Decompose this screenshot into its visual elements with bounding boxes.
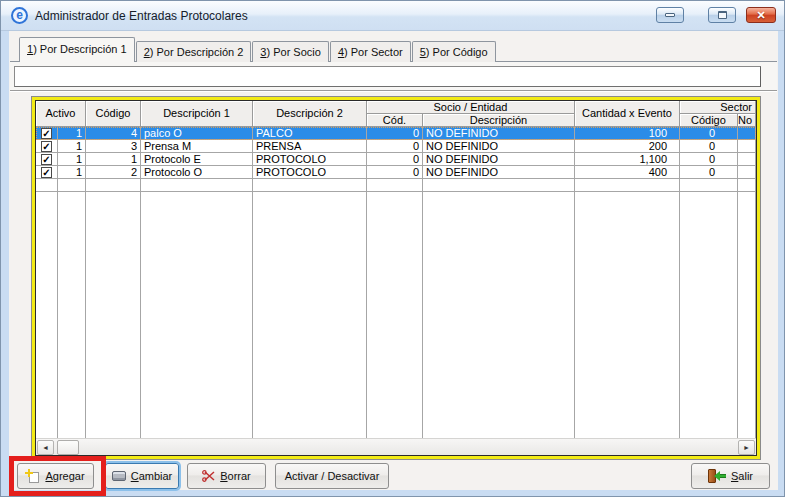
cell-descripcion1: Prensa M — [141, 140, 253, 153]
cell-sector-no — [738, 153, 756, 166]
tab-por-socio[interactable]: 3) Por Socio — [252, 41, 329, 62]
exit-door-icon — [708, 469, 726, 483]
close-icon: ✕ — [756, 10, 765, 21]
scroll-right-button[interactable]: ► — [738, 440, 755, 455]
cell-sector-no — [738, 127, 756, 140]
col-header-sector-no[interactable]: No — [738, 114, 756, 127]
salir-button[interactable]: Salir — [691, 463, 770, 489]
maximize-icon — [718, 11, 727, 19]
cell-cantidad: 100 — [575, 127, 680, 140]
entries-grid: Activo Código Descripción 1 Descripción … — [31, 96, 761, 460]
cell-descripcion2: PALCO — [253, 127, 367, 140]
cell-socio-cod: 0 — [367, 166, 423, 179]
col-header-socio-entidad[interactable]: Socio / Entidad — [367, 101, 575, 114]
scroll-left-button[interactable]: ◄ — [37, 440, 54, 455]
cambiar-button[interactable]: Cambiar — [105, 463, 179, 489]
col-group-socio-entidad: Socio / Entidad Cód. Descripción — [367, 101, 575, 127]
salir-label: Salir — [731, 470, 753, 482]
col-header-activo[interactable]: Activo — [36, 101, 86, 127]
scrollbar-thumb[interactable] — [57, 440, 79, 455]
cell-codigo: 2 — [86, 166, 141, 179]
col-header-descripcion2[interactable]: Descripción 2 — [253, 101, 367, 127]
cell-descripcion1: Protocolo O — [141, 166, 253, 179]
tab-por-codigo[interactable]: 5) Por Código — [412, 41, 496, 62]
grid-header: Activo Código Descripción 1 Descripción … — [36, 101, 756, 127]
scissors-icon — [202, 470, 215, 482]
cell-cantidad: 400 — [575, 166, 680, 179]
close-button[interactable]: ✕ — [746, 7, 776, 23]
table-row[interactable]: ✓ 1 3 Prensa M PRENSA 0 NO DEFINIDO 200 … — [36, 140, 756, 153]
cell-activo: 1 — [58, 140, 86, 153]
cell-sector-codigo: 0 — [680, 140, 738, 153]
grid-body: ✓ 1 4 palco O PALCO 0 NO DEFINIDO 100 0 — [36, 127, 756, 455]
horizontal-scrollbar[interactable]: ◄ ► — [36, 438, 756, 455]
tab-label: ) Por Sector — [344, 46, 403, 58]
cell-socio-cod: 0 — [367, 127, 423, 140]
new-item-icon — [26, 470, 40, 483]
tab-por-descripcion-1[interactable]: 1) Por Descripción 1 — [19, 37, 135, 62]
tab-label: ) Por Socio — [266, 46, 320, 58]
col-header-socio-cod[interactable]: Cód. — [367, 114, 423, 127]
cell-sector-codigo: 0 — [680, 127, 738, 140]
row-checkbox[interactable]: ✓ — [41, 167, 52, 178]
col-header-descripcion1[interactable]: Descripción 1 — [141, 101, 253, 127]
col-header-socio-descripcion[interactable]: Descripción — [423, 114, 575, 127]
tab-label: ) Por Código — [426, 46, 488, 58]
row-checkbox[interactable]: ✓ — [41, 154, 52, 165]
agregar-label: Agregar — [45, 470, 84, 482]
cell-cantidad: 200 — [575, 140, 680, 153]
grid-empty-area — [36, 192, 756, 438]
tab-label: ) Por Descripción 1 — [33, 43, 127, 55]
empty-row — [36, 179, 756, 192]
scroll-left-icon: ◄ — [42, 444, 49, 451]
cell-cantidad: 1,100 — [575, 153, 680, 166]
col-header-sector-codigo[interactable]: Código — [680, 114, 738, 127]
row-checkbox[interactable]: ✓ — [41, 141, 52, 152]
col-group-sector: Sector Código No — [680, 101, 756, 127]
table-row[interactable]: ✓ 1 4 palco O PALCO 0 NO DEFINIDO 100 0 — [36, 127, 756, 140]
tab-label: ) Por Descripción 2 — [150, 46, 244, 58]
cell-descripcion2: PROTOCOLO — [253, 166, 367, 179]
row-checkbox[interactable]: ✓ — [41, 128, 52, 139]
cell-codigo: 3 — [86, 140, 141, 153]
cell-socio-descripcion: NO DEFINIDO — [423, 127, 575, 140]
borrar-label: Borrar — [220, 470, 251, 482]
agregar-button[interactable]: Agregar — [17, 463, 94, 489]
cell-activo: 1 — [58, 153, 86, 166]
col-header-cantidad[interactable]: Cantidad x Evento — [575, 101, 680, 127]
cell-descripcion2: PRENSA — [253, 140, 367, 153]
minimize-icon — [665, 13, 675, 17]
table-row[interactable]: ✓ 1 2 Protocolo O PROTOCOLO 0 NO DEFINID… — [36, 166, 756, 179]
borrar-button[interactable]: Borrar — [187, 463, 266, 489]
title-bar: e Administrador de Entradas Protocolares… — [1, 1, 785, 31]
col-header-codigo[interactable]: Código — [86, 101, 141, 127]
cell-socio-descripcion: NO DEFINIDO — [423, 166, 575, 179]
activar-label: Activar / Desactivar — [285, 470, 380, 482]
client-area: 1) Por Descripción 1 2) Por Descripción … — [9, 31, 778, 490]
scroll-right-icon: ► — [743, 444, 750, 451]
maximize-button[interactable] — [708, 7, 736, 23]
cell-socio-descripcion: NO DEFINIDO — [423, 140, 575, 153]
cell-activo: 1 — [58, 127, 86, 140]
cell-socio-cod: 0 — [367, 140, 423, 153]
cell-descripcion2: PROTOCOLO — [253, 153, 367, 166]
cell-codigo: 4 — [86, 127, 141, 140]
cell-descripcion1: palco O — [141, 127, 253, 140]
cell-codigo: 1 — [86, 153, 141, 166]
cell-activo: 1 — [58, 166, 86, 179]
tab-strip: 1) Por Descripción 1 2) Por Descripción … — [19, 37, 497, 62]
minimize-button[interactable] — [656, 7, 684, 23]
cell-sector-no — [738, 140, 756, 153]
cell-sector-codigo: 0 — [680, 153, 738, 166]
table-row[interactable]: ✓ 1 1 Protocolo E PROTOCOLO 0 NO DEFINID… — [36, 153, 756, 166]
search-input[interactable] — [14, 66, 761, 87]
cell-sector-codigo: 0 — [680, 166, 738, 179]
tab-por-descripcion-2[interactable]: 2) Por Descripción 2 — [136, 41, 252, 62]
grid-yellow-border: Activo Código Descripción 1 Descripción … — [32, 97, 760, 459]
window-title: Administrador de Entradas Protocolares — [35, 1, 248, 31]
cambiar-label: Cambiar — [131, 470, 173, 482]
tab-por-sector[interactable]: 4) Por Sector — [330, 41, 411, 62]
activar-desactivar-button[interactable]: Activar / Desactivar — [275, 463, 389, 489]
col-header-sector[interactable]: Sector — [680, 101, 756, 114]
tab-page — [10, 61, 777, 91]
